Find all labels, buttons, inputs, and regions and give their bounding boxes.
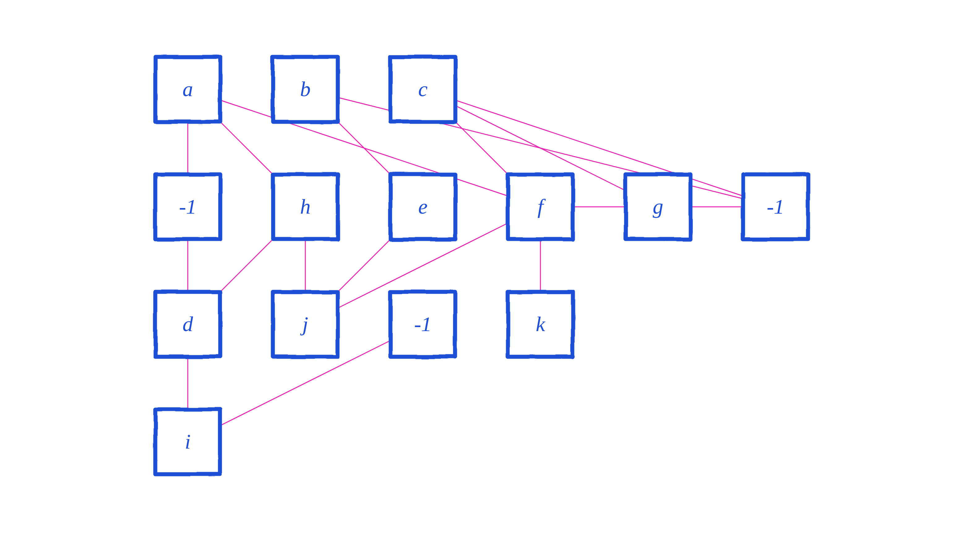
node-c: c: [390, 57, 455, 122]
edge-h-d: [220, 239, 273, 292]
node-j: j: [273, 292, 338, 357]
node-i: i: [155, 409, 220, 474]
node-label: b: [300, 77, 311, 101]
node-label: d: [182, 312, 193, 336]
node-label: e: [418, 195, 428, 218]
node-n1: -1: [155, 174, 220, 239]
edge-b-e: [338, 122, 390, 174]
node-label: c: [418, 77, 428, 101]
edges-layer: [188, 97, 743, 425]
node-d: d: [155, 292, 220, 357]
edge-c-f: [455, 122, 508, 174]
node-h: h: [273, 174, 338, 239]
node-n2: -1: [743, 174, 808, 239]
node-label: -1: [179, 195, 197, 218]
node-label: k: [536, 312, 546, 336]
node-label: a: [182, 77, 193, 101]
node-k: k: [508, 292, 573, 357]
node-n3: -1: [390, 292, 455, 357]
diagram-svg: abc-1hefg-1dj-1ki: [0, 0, 980, 554]
node-e: e: [390, 174, 455, 239]
node-f: f: [508, 174, 573, 239]
node-g: g: [626, 174, 691, 239]
node-label: -1: [414, 312, 432, 336]
edge-c-n2: [455, 100, 743, 196]
node-label: i: [185, 430, 191, 453]
edge-e-j: [338, 239, 390, 292]
node-label: g: [653, 195, 663, 218]
diagram-canvas: abc-1hefg-1dj-1ki: [0, 0, 980, 554]
edge-a-h: [220, 122, 273, 174]
node-label: h: [300, 195, 311, 218]
node-label: -1: [767, 195, 784, 218]
nodes-layer: abc-1hefg-1dj-1ki: [155, 57, 808, 474]
node-b: b: [273, 57, 338, 122]
node-a: a: [155, 57, 220, 122]
